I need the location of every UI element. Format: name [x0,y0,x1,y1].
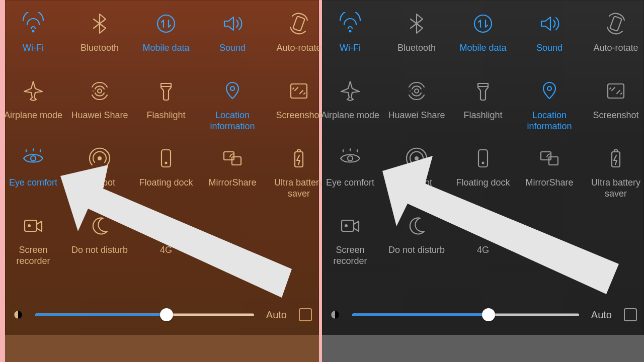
bottom-strip [5,335,319,362]
tile-hotspot[interactable]: Hotspot [66,144,133,211]
tile-label: Bluetooth [397,42,436,53]
auto-brightness-checkbox[interactable] [624,308,637,321]
brightness-slider[interactable] [352,308,579,322]
tile-4g[interactable]: 4G [133,211,199,279]
wifi-icon [22,12,45,35]
tile-label: MirrorShare [208,177,256,188]
quick-settings-grid: Wi-FiBluetoothMobile dataSoundAuto-rotat… [0,9,332,279]
tile-label: Screenshot [276,110,321,121]
bluetooth-icon [88,12,111,35]
tile-airplane[interactable]: Airplane mode [0,76,66,144]
tile-flashlight[interactable]: Flashlight [450,76,516,144]
tile-eye-comfort[interactable]: Eye comfort [0,144,66,211]
tile-label: Screen recorder [3,244,64,266]
tile-label: Do not disturb [388,244,445,255]
tile-label: Screen recorder [319,244,381,266]
tile-sound[interactable]: Sound [199,9,266,76]
tile-mirrorshare[interactable]: MirrorShare [199,144,266,211]
tile-label: Ultra battery saver [585,177,644,199]
brightness-row: Auto [5,300,319,330]
tile-label: Flashlight [146,110,185,121]
auto-brightness-label: Auto [591,309,612,321]
recorder-icon [22,214,45,237]
tile-label: Location information [519,110,580,132]
wifi-icon [339,12,362,35]
tile-label: Flashlight [463,110,502,121]
tile-bluetooth[interactable]: Bluetooth [383,9,450,76]
panel-eye-comfort: Wi-FiBluetoothMobile dataSoundAuto-rotat… [0,0,322,362]
tile-huawei-share[interactable]: Huawei Share [66,76,133,144]
tile-label: Mobile data [142,42,189,53]
tile-battery-saver[interactable]: Ultra battery saver [583,144,644,211]
share-icon [88,79,111,103]
tile-wifi[interactable]: Wi-Fi [0,9,66,76]
tile-label: Airplane mode [321,110,379,121]
autorotate-icon [604,12,627,35]
tile-label: Do not disturb [71,244,128,255]
brightness-icon [325,305,345,325]
tile-label: MirrorShare [525,177,573,188]
hotspot-icon [405,147,428,170]
brightness-icon [8,305,28,325]
location-icon [538,79,561,103]
tile-hotspot[interactable]: Hotspot [383,144,450,211]
tile-screen-rec[interactable]: Screen recorder [0,211,66,279]
mobiledata-icon [154,12,178,35]
tile-dnd[interactable]: Do not disturb [383,211,450,279]
bluetooth-icon [405,12,428,35]
tile-label: Screenshot [593,110,638,121]
tile-4g[interactable]: 4G [450,211,516,279]
tile-floating-dock[interactable]: Floating dock [133,144,199,211]
airplane-icon [339,79,362,103]
tile-huawei-share[interactable]: Huawei Share [383,76,450,144]
brightness-row: Auto [322,300,644,330]
eye-icon [339,147,362,170]
tile-location[interactable]: Location information [199,76,266,144]
sound-icon [538,12,561,35]
tile-screen-rec[interactable]: Screen recorder [317,211,383,279]
tile-mobile-data[interactable]: Mobile data [133,9,199,76]
tile-eye-comfort[interactable]: Eye comfort [317,144,383,211]
tile-flashlight[interactable]: Flashlight [133,76,199,144]
dock-icon [471,147,495,170]
tile-label: Auto-rotate [593,42,638,53]
tile-mirrorshare[interactable]: MirrorShare [516,144,583,211]
tile-sound[interactable]: Sound [516,9,583,76]
fourg-icon [471,214,495,237]
battery-icon [287,147,310,170]
tile-wifi[interactable]: Wi-Fi [317,9,383,76]
mirror-icon [538,147,561,170]
tile-floating-dock[interactable]: Floating dock [450,144,516,211]
tile-label: Bluetooth [80,42,119,53]
tile-screenshot[interactable]: Screenshot [583,76,644,144]
tile-label: Floating dock [139,177,193,188]
tile-dnd[interactable]: Do not disturb [66,211,133,279]
panel-normal: Wi-FiBluetoothMobile dataSoundAuto-rotat… [322,0,644,362]
tile-label: Mobile data [459,42,506,53]
tile-label: Sound [536,42,562,53]
tile-mobile-data[interactable]: Mobile data [450,9,516,76]
tile-label: Airplane mode [4,110,62,121]
bottom-strip [322,335,644,362]
tile-label: Floating dock [456,177,510,188]
battery-icon [604,147,627,170]
tile-label: Huawei Share [71,110,128,121]
tile-label: Eye comfort [9,177,57,188]
autorotate-icon [287,12,310,35]
auto-brightness-checkbox[interactable] [299,308,312,321]
tile-location[interactable]: Location information [516,76,583,144]
brightness-slider[interactable] [35,308,254,322]
tile-label: Hotspot [401,177,432,188]
fourg-icon [154,214,178,237]
hotspot-icon [88,147,111,170]
tile-label: Hotspot [84,177,115,188]
dock-icon [154,147,178,170]
mobiledata-icon [471,12,495,35]
flashlight-icon [154,79,178,103]
screenshot-icon [604,79,627,103]
tile-auto-rotate[interactable]: Auto-rotate [583,9,644,76]
tile-airplane[interactable]: Airplane mode [317,76,383,144]
mirror-icon [221,147,244,170]
tile-label: Sound [219,42,246,53]
tile-bluetooth[interactable]: Bluetooth [66,9,133,76]
